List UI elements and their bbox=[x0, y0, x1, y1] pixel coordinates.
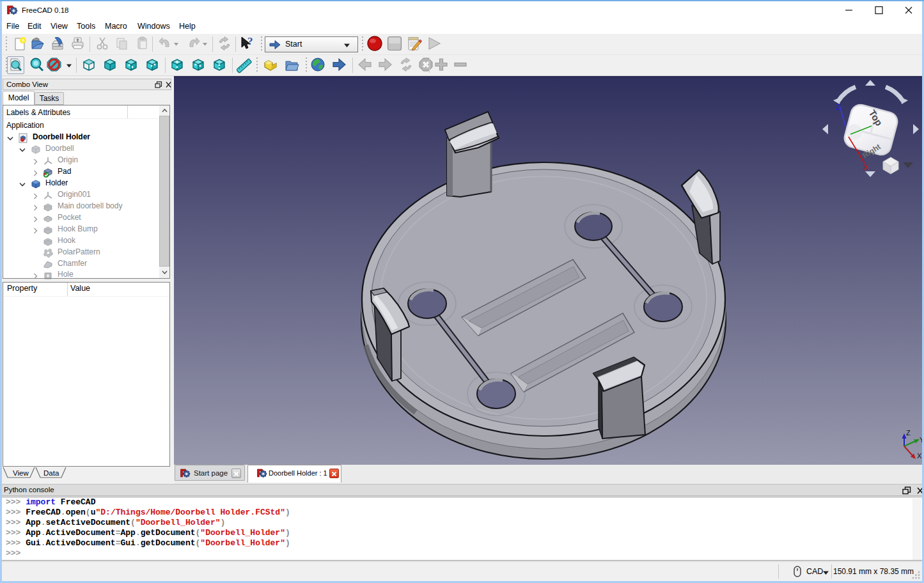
svg-text:Data: Data bbox=[43, 469, 59, 477]
svg-text:Z: Z bbox=[906, 429, 911, 437]
svg-text:X: X bbox=[917, 452, 922, 460]
svg-text:?: ? bbox=[247, 36, 253, 47]
svg-text:X: X bbox=[863, 162, 869, 172]
svg-text:Z: Z bbox=[836, 102, 841, 112]
svg-text:View: View bbox=[13, 469, 29, 477]
